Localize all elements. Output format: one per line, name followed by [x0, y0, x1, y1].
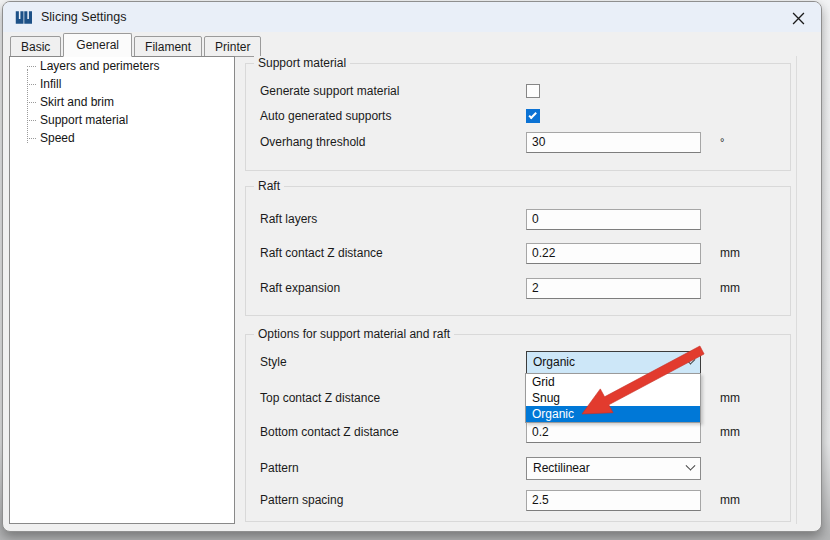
check-icon: [528, 111, 536, 119]
tree-item-label: Skirt and brim: [40, 95, 114, 109]
tree-item-support-material[interactable]: Support material: [10, 111, 234, 129]
dropdown-item-organic[interactable]: Organic: [526, 406, 700, 422]
bottom-contact-z-distance-label: Bottom contact Z distance: [260, 425, 526, 439]
tab-basic[interactable]: Basic: [10, 36, 61, 57]
style-combobox[interactable]: Organic: [526, 351, 701, 374]
app-icon: [15, 10, 32, 25]
generate-support-material-label: Generate support material: [260, 84, 526, 98]
pattern-combobox-value: Rectilinear: [533, 461, 590, 475]
tab-filament-label: Filament: [145, 40, 191, 54]
pattern-label: Pattern: [260, 461, 526, 475]
pattern-spacing-input[interactable]: [526, 490, 701, 511]
top-contact-z-distance-label: Top contact Z distance: [260, 391, 526, 405]
tree-item-label: Speed: [40, 131, 75, 145]
raft-contact-z-distance-unit: mm: [720, 246, 740, 260]
close-button[interactable]: [789, 9, 807, 27]
auto-generated-supports-checkbox[interactable]: [526, 109, 540, 123]
tab-general[interactable]: General: [63, 33, 132, 57]
tree-item-infill[interactable]: Infill: [10, 75, 234, 93]
window-title: Slicing Settings: [41, 10, 126, 24]
top-contact-z-distance-unit: mm: [720, 391, 740, 405]
settings-tree-panel: Layers and perimeters Infill Skirt and b…: [9, 56, 235, 524]
pattern-combobox[interactable]: Rectilinear: [526, 457, 701, 480]
style-combobox-value: Organic: [533, 355, 575, 369]
tree-item-label: Layers and perimeters: [40, 59, 159, 73]
tree-item-skirt-and-brim[interactable]: Skirt and brim: [10, 93, 234, 111]
chevron-down-icon: [686, 354, 696, 364]
overhang-threshold-label: Overhang threshold: [260, 135, 526, 149]
tab-filament[interactable]: Filament: [134, 36, 202, 57]
tab-general-label: General: [76, 38, 119, 52]
tree-branch-line: [27, 120, 36, 121]
bottom-contact-z-distance-input[interactable]: [526, 422, 701, 443]
tab-bar: Basic General Filament Printer: [10, 33, 263, 57]
group-options-title: Options for support material and raft: [254, 327, 454, 341]
dropdown-item-grid[interactable]: Grid: [526, 374, 700, 390]
bottom-contact-z-distance-unit: mm: [720, 425, 740, 439]
tree-item-speed[interactable]: Speed: [10, 129, 234, 147]
raft-expansion-unit: mm: [720, 281, 740, 295]
tree-item-label: Infill: [40, 77, 61, 91]
raft-layers-label: Raft layers: [260, 212, 526, 226]
group-support-material: Support material Generate support materi…: [245, 63, 791, 171]
slicing-settings-dialog: Slicing Settings Basic General Filament …: [2, 1, 822, 532]
raft-layers-input[interactable]: [526, 209, 701, 230]
overhang-threshold-input[interactable]: [526, 132, 701, 153]
group-raft: Raft Raft layers Raft contact Z distance…: [245, 186, 791, 316]
raft-expansion-label: Raft expansion: [260, 281, 526, 295]
raft-expansion-input[interactable]: [526, 278, 701, 299]
tree-branch-line: [27, 66, 36, 67]
tree-branch-line: [27, 84, 36, 85]
generate-support-material-checkbox[interactable]: [526, 84, 540, 98]
raft-contact-z-distance-label: Raft contact Z distance: [260, 246, 526, 260]
tab-printer-label: Printer: [215, 40, 250, 54]
overhang-threshold-unit: °: [720, 136, 724, 148]
pattern-spacing-unit: mm: [720, 493, 740, 507]
style-label: Style: [260, 355, 526, 369]
dropdown-item-snug[interactable]: Snug: [526, 390, 700, 406]
tree-item-label: Support material: [40, 113, 128, 127]
tab-basic-label: Basic: [21, 40, 50, 54]
pattern-spacing-label: Pattern spacing: [260, 493, 526, 507]
raft-contact-z-distance-input[interactable]: [526, 243, 701, 264]
tree-branch-line: [27, 138, 36, 139]
close-icon: [792, 12, 805, 25]
group-raft-title: Raft: [254, 179, 284, 193]
group-options-support-raft: Options for support material and raft St…: [245, 334, 791, 522]
tree-item-layers-and-perimeters[interactable]: Layers and perimeters: [10, 57, 234, 75]
auto-generated-supports-label: Auto generated supports: [260, 109, 526, 123]
settings-panel-right-edge: [796, 56, 797, 524]
tree-branch-line: [27, 102, 36, 103]
chevron-down-icon: [686, 460, 696, 470]
titlebar: Slicing Settings: [3, 2, 821, 32]
tab-printer[interactable]: Printer: [204, 36, 261, 57]
group-support-material-title: Support material: [254, 56, 350, 70]
style-dropdown-list: Grid Snug Organic: [525, 373, 701, 423]
